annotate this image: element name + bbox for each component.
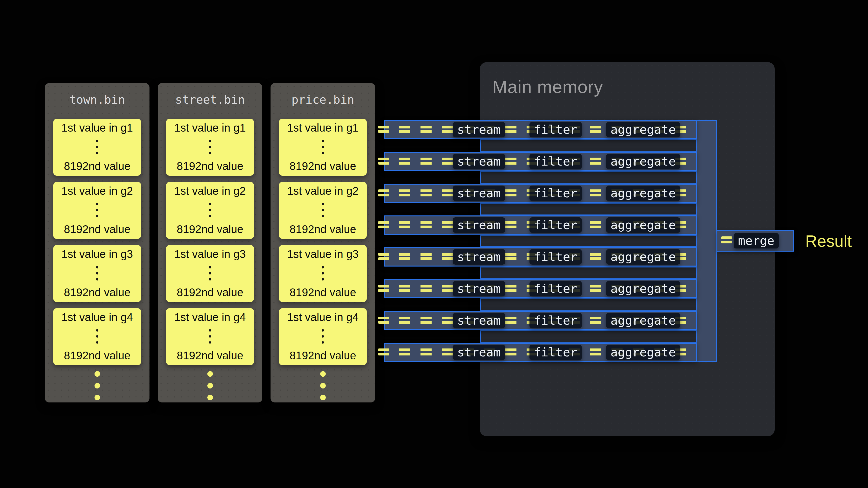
value-group-box: 1st value in g2 8192nd value bbox=[279, 182, 367, 239]
ellipsis-dots-icon bbox=[209, 329, 211, 344]
ellipsis-dots-icon bbox=[322, 329, 324, 344]
queue-slot bbox=[480, 171, 697, 184]
aggregate-operator: aggregate bbox=[606, 313, 680, 328]
group-first-value-label: 1st value in g4 bbox=[174, 311, 246, 323]
ellipsis-dots-icon bbox=[322, 266, 324, 281]
aggregate-operator: aggregate bbox=[606, 249, 680, 265]
value-group-box: 1st value in g4 8192nd value bbox=[166, 308, 254, 365]
more-groups-dots-icon bbox=[271, 371, 375, 400]
ellipsis-dots-icon bbox=[209, 203, 211, 217]
group-last-value-label: 8192nd value bbox=[177, 350, 243, 362]
stream-operator: stream bbox=[453, 281, 505, 296]
file-column-street: street.bin 1st value in g1 8192nd value … bbox=[158, 83, 262, 402]
more-groups-dots-icon bbox=[45, 371, 150, 400]
merge-operator: merge bbox=[734, 233, 779, 249]
value-group-box: 1st value in g1 8192nd value bbox=[279, 119, 367, 176]
aggregate-operator: aggregate bbox=[606, 345, 680, 360]
value-group-box: 1st value in g2 8192nd value bbox=[166, 182, 254, 239]
pipeline-lane: stream filter aggregate bbox=[384, 184, 697, 203]
ellipsis-dots-icon bbox=[96, 329, 98, 344]
stream-operator: stream bbox=[453, 154, 505, 169]
pipeline-lane: stream filter aggregate bbox=[384, 311, 697, 330]
group-first-value-label: 1st value in g3 bbox=[174, 248, 246, 260]
stream-operator: stream bbox=[453, 186, 505, 201]
group-first-value-label: 1st value in g1 bbox=[61, 122, 133, 134]
value-group-list: 1st value in g1 8192nd value 1st value i… bbox=[279, 119, 367, 365]
group-last-value-label: 8192nd value bbox=[289, 286, 356, 299]
filter-operator: filter bbox=[529, 154, 582, 169]
filter-operator: filter bbox=[529, 186, 582, 201]
ellipsis-dots-icon bbox=[209, 140, 211, 154]
queue-slot bbox=[480, 235, 697, 247]
filter-operator: filter bbox=[529, 122, 582, 137]
pipeline-lane: stream filter aggregate bbox=[384, 279, 697, 298]
queue-slot bbox=[480, 330, 697, 343]
pipeline-diagram: town.bin 1st value in g1 8192nd value 1s… bbox=[0, 0, 868, 488]
stream-operator: stream bbox=[453, 313, 505, 328]
value-group-box: 1st value in g1 8192nd value bbox=[53, 119, 141, 176]
data-chunk-equals-icon bbox=[721, 236, 732, 239]
value-group-box: 1st value in g2 8192nd value bbox=[53, 182, 141, 239]
queue-slot bbox=[480, 203, 697, 216]
filter-operator: filter bbox=[529, 345, 582, 360]
value-group-box: 1st value in g1 8192nd value bbox=[166, 119, 254, 176]
filter-operator: filter bbox=[529, 217, 582, 233]
file-column-price: price.bin 1st value in g1 8192nd value 1… bbox=[271, 83, 375, 402]
group-first-value-label: 1st value in g2 bbox=[61, 185, 133, 197]
value-group-box: 1st value in g4 8192nd value bbox=[279, 308, 367, 365]
pipeline-lane: stream filter aggregate bbox=[384, 343, 697, 362]
filter-operator: filter bbox=[529, 249, 582, 265]
pipeline-lane: stream filter aggregate bbox=[384, 120, 697, 139]
stream-operator: stream bbox=[453, 345, 505, 360]
stream-operator: stream bbox=[453, 122, 505, 137]
group-last-value-label: 8192nd value bbox=[177, 223, 243, 235]
group-first-value-label: 1st value in g2 bbox=[287, 185, 359, 197]
aggregate-operator: aggregate bbox=[606, 186, 680, 201]
value-group-box: 1st value in g3 8192nd value bbox=[53, 245, 141, 302]
ellipsis-dots-icon bbox=[96, 140, 98, 154]
group-last-value-label: 8192nd value bbox=[177, 160, 243, 172]
aggregate-operator: aggregate bbox=[606, 122, 680, 137]
pipeline-lane: stream filter aggregate bbox=[384, 247, 697, 266]
stream-operator: stream bbox=[453, 249, 505, 265]
aggregate-operator: aggregate bbox=[606, 217, 680, 233]
group-first-value-label: 1st value in g1 bbox=[174, 122, 246, 134]
file-column-town: town.bin 1st value in g1 8192nd value 1s… bbox=[45, 83, 150, 402]
file-name-label: town.bin bbox=[45, 83, 150, 106]
value-group-box: 1st value in g4 8192nd value bbox=[53, 308, 141, 365]
group-last-value-label: 8192nd value bbox=[64, 160, 130, 172]
group-last-value-label: 8192nd value bbox=[64, 223, 130, 235]
value-group-list: 1st value in g1 8192nd value 1st value i… bbox=[53, 119, 141, 365]
queue-slot bbox=[480, 266, 697, 279]
value-group-box: 1st value in g3 8192nd value bbox=[166, 245, 254, 302]
merge-lane: merge bbox=[717, 230, 794, 252]
pipeline-lane: stream filter aggregate bbox=[384, 152, 697, 171]
filter-operator: filter bbox=[529, 281, 582, 296]
group-last-value-label: 8192nd value bbox=[64, 350, 130, 362]
more-groups-dots-icon bbox=[158, 371, 262, 400]
queue-slot bbox=[480, 139, 697, 152]
pipeline-lane: stream filter aggregate bbox=[384, 216, 697, 235]
value-group-list: 1st value in g1 8192nd value 1st value i… bbox=[166, 119, 254, 365]
data-chunk-equals-icon bbox=[721, 241, 732, 243]
aggregate-operator: aggregate bbox=[606, 154, 680, 169]
group-first-value-label: 1st value in g3 bbox=[61, 248, 133, 260]
ellipsis-dots-icon bbox=[322, 203, 324, 217]
ellipsis-dots-icon bbox=[322, 140, 324, 154]
group-first-value-label: 1st value in g4 bbox=[61, 311, 133, 323]
value-group-box: 1st value in g3 8192nd value bbox=[279, 245, 367, 302]
queue-slot bbox=[480, 298, 697, 311]
file-name-label: street.bin bbox=[158, 83, 262, 106]
group-last-value-label: 8192nd value bbox=[177, 286, 243, 299]
ellipsis-dots-icon bbox=[96, 203, 98, 217]
group-first-value-label: 1st value in g4 bbox=[287, 311, 359, 323]
stream-operator: stream bbox=[453, 217, 505, 233]
group-last-value-label: 8192nd value bbox=[289, 223, 356, 235]
ellipsis-dots-icon bbox=[96, 266, 98, 281]
filter-operator: filter bbox=[529, 313, 582, 328]
group-last-value-label: 8192nd value bbox=[289, 350, 356, 362]
group-first-value-label: 1st value in g1 bbox=[287, 122, 359, 134]
file-name-label: price.bin bbox=[271, 83, 375, 106]
ellipsis-dots-icon bbox=[209, 266, 211, 281]
aggregate-operator: aggregate bbox=[606, 281, 680, 296]
